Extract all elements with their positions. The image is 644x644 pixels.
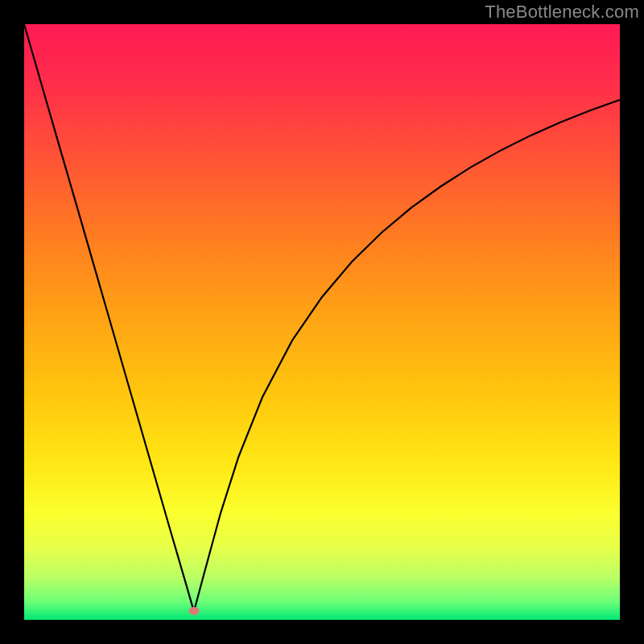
curve-layer [24,24,620,620]
plot-area [24,24,620,620]
watermark-text: TheBottleneck.com [485,2,639,23]
min-point-marker [188,607,199,615]
bottleneck-curve [24,24,620,612]
chart-frame: TheBottleneck.com [0,0,644,644]
